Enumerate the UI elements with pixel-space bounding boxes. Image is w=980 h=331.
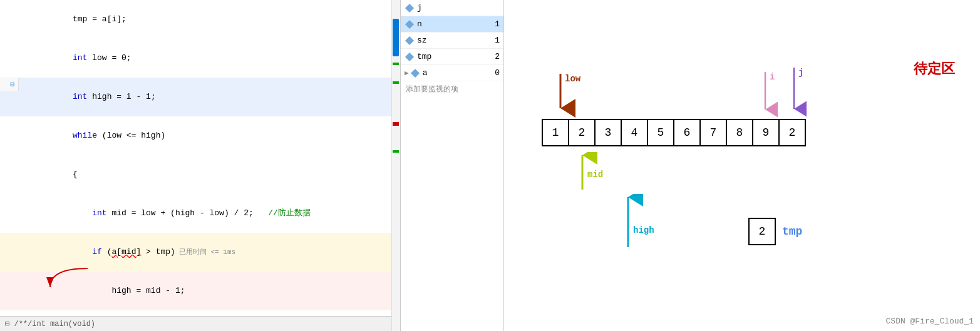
scroll-mark-2 bbox=[393, 81, 399, 84]
low-arrow-group: low bbox=[545, 74, 576, 121]
high-arrow-icon bbox=[616, 194, 647, 250]
add-watch-label: 添加要监视的项 bbox=[406, 85, 458, 94]
variable-icon-sz bbox=[405, 36, 415, 46]
scroll-mark-3 bbox=[393, 122, 399, 126]
tmp-cell: 2 bbox=[748, 218, 776, 245]
line-content-2: int low = 0; bbox=[19, 39, 400, 77]
watermark: CSDN @Fire_Cloud_1 bbox=[886, 317, 974, 326]
i-arrow-group: i bbox=[753, 72, 778, 122]
tmp-group: 2 tmp bbox=[748, 218, 802, 245]
watch-item-tmp[interactable]: tmp 2 bbox=[401, 49, 503, 65]
array-cell-0: 1 bbox=[542, 119, 569, 146]
high-label: high bbox=[633, 225, 654, 235]
viz-panel: 待定区 low i bbox=[504, 0, 980, 331]
array-cell-8: 9 bbox=[752, 119, 780, 146]
array-cell-4: 5 bbox=[647, 119, 674, 146]
watch-name-n: n bbox=[417, 19, 495, 29]
watch-name-tmp: tmp bbox=[417, 52, 495, 61]
high-arrow-group: high bbox=[616, 194, 647, 253]
line-content-8: high = mid - 1; bbox=[19, 272, 400, 310]
code-line-1: tmp = a[i]; bbox=[0, 0, 400, 39]
code-scrollbar[interactable] bbox=[391, 0, 400, 331]
watch-value-sz: 1 bbox=[495, 36, 500, 45]
mid-label: mid bbox=[587, 170, 603, 180]
watch-item-n[interactable]: n 1 bbox=[401, 16, 503, 33]
j-arrow-group: j bbox=[781, 68, 807, 121]
tmp-label: tmp bbox=[782, 225, 802, 238]
array-cell-6: 7 bbox=[699, 119, 727, 146]
code-line-7: if (a[mid] > tmp)已用时间 <= 1ms bbox=[0, 233, 400, 272]
j-label: j bbox=[798, 68, 803, 78]
code-line-4: while (low <= high) bbox=[0, 116, 400, 155]
pending-area-label: 待定区 bbox=[914, 59, 955, 78]
watch-item-j[interactable]: j bbox=[401, 0, 503, 16]
code-line-2: int low = 0; bbox=[0, 39, 400, 78]
bottom-bar: ⊟ /**/int main(void) bbox=[0, 316, 401, 331]
watch-name-sz: sz bbox=[417, 36, 495, 45]
time-badge: 已用时间 <= 1ms bbox=[179, 248, 235, 256]
array-cell-5: 6 bbox=[673, 119, 701, 146]
code-line-8: high = mid - 1; bbox=[0, 272, 400, 310]
array-container: 1 2 3 4 5 6 7 8 9 2 bbox=[542, 119, 805, 146]
array-cell-2: 3 bbox=[594, 119, 622, 146]
line-content-7: if (a[mid] > tmp)已用时间 <= 1ms bbox=[19, 233, 400, 271]
watch-value-tmp: 2 bbox=[495, 52, 500, 61]
watch-name-j: j bbox=[417, 3, 500, 13]
mid-arrow-group: mid bbox=[570, 152, 601, 196]
watch-value-a: 0 bbox=[495, 68, 500, 78]
code-line-6: int mid = low + (high - low) / 2; //防止数据 bbox=[0, 194, 400, 233]
array-cell-3: 4 bbox=[621, 119, 648, 146]
code-line-5: { bbox=[0, 155, 400, 194]
variable-icon-n bbox=[405, 19, 415, 29]
expand-icon-a[interactable]: ▶ bbox=[405, 69, 409, 77]
scroll-thumb[interactable] bbox=[393, 19, 399, 56]
line-content-4: while (low <= high) bbox=[19, 117, 400, 155]
array-cell-7: 8 bbox=[726, 119, 753, 146]
line-content-5: { bbox=[19, 156, 400, 193]
variable-icon-tmp bbox=[405, 52, 415, 62]
low-label: low bbox=[565, 74, 580, 84]
watch-item-a[interactable]: ▶ a 0 bbox=[401, 65, 503, 81]
scroll-mark-1 bbox=[393, 63, 399, 65]
line-content-3: int high = i - 1; bbox=[19, 78, 400, 116]
watch-panel: j n 1 sz 1 tmp 2 ▶ a 0 添加要监视的项 bbox=[401, 0, 504, 331]
add-watch-button[interactable]: 添加要监视的项 bbox=[401, 81, 503, 97]
watch-value-n: 1 bbox=[495, 19, 500, 29]
watch-name-a: a bbox=[423, 68, 495, 78]
code-panel: tmp = a[i]; int low = 0; ⊟ int high = i … bbox=[0, 0, 401, 331]
watch-item-sz[interactable]: sz 1 bbox=[401, 33, 503, 49]
code-line-3: ⊟ int high = i - 1; bbox=[0, 78, 400, 116]
array-cell-1: 2 bbox=[568, 119, 596, 146]
line-content-6: int mid = low + (high - low) / 2; //防止数据 bbox=[19, 195, 400, 232]
variable-icon-j bbox=[405, 3, 415, 13]
i-label: i bbox=[770, 72, 775, 82]
bottom-line-text: ⊟ /**/int main(void) bbox=[5, 319, 95, 328]
line-content-1: tmp = a[i]; bbox=[19, 1, 400, 38]
line-number-3: ⊟ bbox=[0, 78, 19, 91]
scroll-mark-4 bbox=[393, 150, 399, 153]
array-cell-9: 2 bbox=[778, 119, 806, 146]
variable-icon-a bbox=[410, 68, 420, 78]
